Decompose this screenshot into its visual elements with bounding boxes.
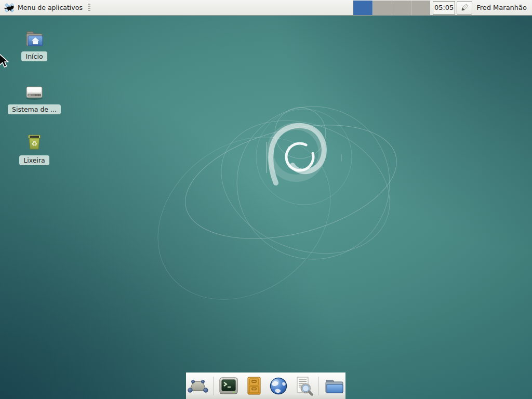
- show-desktop-button[interactable]: [187, 375, 209, 397]
- workspace-2[interactable]: [373, 1, 392, 15]
- terminal-launcher[interactable]: [217, 375, 240, 397]
- xfce-menu-icon: [4, 2, 15, 14]
- desktop-icon-label: Sistema de ...: [8, 104, 61, 114]
- desktop-icon-home[interactable]: Início: [6, 29, 63, 61]
- file-manager-launcher[interactable]: [323, 375, 345, 397]
- application-finder-launcher[interactable]: [292, 375, 315, 397]
- pen-notes-icon: [460, 3, 469, 12]
- desktop-icon-filesystem[interactable]: Sistema de ...: [6, 82, 63, 114]
- workspace-switcher: [353, 1, 430, 15]
- bottom-dock-panel: [186, 373, 345, 399]
- panel-clock[interactable]: 05:05: [433, 1, 455, 15]
- workspace-1[interactable]: [353, 1, 373, 15]
- filesystem-drive-icon: [23, 82, 46, 101]
- desktop-icon-label: Lixeira: [19, 155, 49, 165]
- file-cabinet-icon: [244, 376, 263, 396]
- notes-plugin-button[interactable]: [457, 1, 472, 15]
- home-folder-icon: [24, 29, 45, 48]
- dock-separator: [213, 377, 214, 395]
- document-search-icon: [293, 376, 314, 396]
- top-panel: Menu de aplicativos 05:05 Fred Maranhão: [0, 0, 532, 16]
- file-manager-folder-icon: [323, 377, 345, 395]
- workspace-4[interactable]: [411, 1, 430, 15]
- desktop-icon-label: Início: [21, 51, 47, 61]
- applications-menu-label: Menu de aplicativos: [18, 4, 83, 11]
- web-browser-globe-icon: [269, 376, 288, 396]
- file-cabinet-launcher[interactable]: [242, 375, 265, 397]
- trash-can-icon: ♻: [24, 133, 45, 152]
- applications-menu-button[interactable]: Menu de aplicativos: [1, 1, 93, 15]
- dock-separator: [318, 377, 319, 395]
- svg-text:♻: ♻: [31, 140, 37, 148]
- web-browser-launcher[interactable]: [267, 375, 290, 397]
- user-actions-button[interactable]: Fred Maranhão: [476, 4, 527, 11]
- terminal-icon: [218, 376, 240, 396]
- show-desktop-icon: [187, 376, 209, 396]
- panel-handle-grip[interactable]: [88, 4, 90, 11]
- desktop-icon-trash[interactable]: ♻ Lixeira: [6, 133, 63, 165]
- wallpaper-art: [0, 16, 532, 399]
- workspace-3[interactable]: [392, 1, 411, 15]
